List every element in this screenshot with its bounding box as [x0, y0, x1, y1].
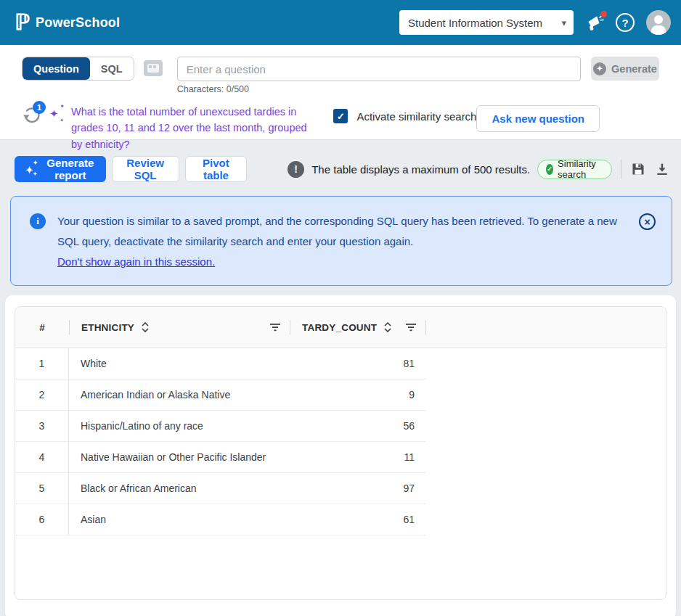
- chevron-down-icon: ▾: [561, 17, 566, 28]
- download-button[interactable]: [655, 162, 669, 176]
- results-card: # ETHNICITY: [5, 295, 676, 616]
- product-selector-value: Student Information System: [408, 17, 561, 29]
- similarity-search-label: Activate similarity search: [356, 110, 476, 123]
- generate-report-label: Generate report: [46, 157, 95, 181]
- announcements-button[interactable]: [585, 13, 604, 32]
- row-number: 6: [15, 504, 69, 535]
- similarity-info-banner: i Your question is similar to a saved pr…: [10, 196, 672, 286]
- row-number: 3: [15, 411, 69, 441]
- help-button[interactable]: ?: [616, 13, 635, 32]
- sort-icon[interactable]: [384, 322, 391, 332]
- generate-button[interactable]: ✦ Generate: [591, 57, 659, 81]
- notification-dot: [600, 11, 607, 17]
- user-avatar[interactable]: [646, 10, 671, 35]
- table-row[interactable]: 6 Asian 61: [15, 504, 426, 535]
- question-section: Question SQL Characters: 0/500 ✦ Generat…: [0, 45, 681, 140]
- banner-message: Your question is similar to a saved prom…: [57, 215, 617, 247]
- powerschool-logo-icon: ℙ: [15, 12, 30, 33]
- max-results-note: The table displays a maximum of 500 resu…: [311, 163, 530, 176]
- info-icon: i: [30, 213, 46, 229]
- similarity-search-toggle[interactable]: ✓ Activate similarity search: [333, 109, 476, 123]
- similarity-search-badge[interactable]: ✓ Similarity search: [537, 160, 612, 179]
- question-history-button[interactable]: 1: [22, 105, 42, 127]
- ethnicity-cell: American Indian or Alaska Native: [69, 389, 346, 401]
- table-header-row: # ETHNICITY: [15, 307, 666, 348]
- pivot-table-button[interactable]: Pivot table: [185, 156, 248, 182]
- tardy-count-cell: 61: [346, 514, 426, 525]
- tardy-count-cell: 11: [346, 451, 426, 463]
- tardy-count-cell: 56: [346, 420, 426, 432]
- ethnicity-cell: Asian: [69, 514, 346, 525]
- asked-question-text: What is the total number of unexcused ta…: [71, 104, 316, 152]
- top-app-bar: ℙ PowerSchool Student Information System…: [0, 0, 681, 45]
- actions-row: ✦ ✦ ✦ Generate report Review SQL Pivot t…: [15, 156, 669, 182]
- brand-name: PowerSchool: [36, 15, 120, 30]
- saved-prompts-icon[interactable]: [144, 60, 163, 76]
- help-icon: ?: [616, 13, 635, 32]
- row-number: 2: [15, 379, 69, 410]
- dont-show-again-link[interactable]: Don't show again in this session.: [57, 252, 215, 272]
- column-header-tardy-count[interactable]: TARDY_COUNT: [302, 322, 377, 333]
- table-row[interactable]: 4 Native Hawaiian or Other Pacific Islan…: [15, 442, 426, 473]
- results-section: ✦ ✦ ✦ Generate report Review SQL Pivot t…: [0, 140, 681, 616]
- close-banner-button[interactable]: ×: [639, 213, 656, 230]
- generate-spark-icon: ✦: [593, 62, 606, 75]
- question-sql-toggle: Question SQL: [22, 57, 134, 81]
- ask-new-question-button[interactable]: Ask new question: [476, 105, 600, 132]
- save-floppy-icon: [631, 162, 645, 176]
- sparkle-icon: ✦ ✦ ✦: [25, 162, 40, 176]
- divider: [621, 160, 621, 178]
- column-header-num: #: [15, 322, 69, 333]
- history-count-badge: 1: [33, 101, 46, 114]
- table-row[interactable]: 2 American Indian or Alaska Native 9: [15, 379, 426, 411]
- row-number: 4: [15, 442, 69, 472]
- results-table: # ETHNICITY: [15, 306, 666, 600]
- alert-exclamation-icon: !: [288, 161, 304, 178]
- divider: [425, 320, 426, 334]
- tab-question[interactable]: Question: [23, 57, 90, 80]
- similarity-pill-label: Similarity search: [558, 158, 603, 180]
- tardy-count-cell: 9: [346, 389, 426, 401]
- save-button[interactable]: [631, 162, 645, 176]
- download-icon: [655, 162, 669, 176]
- table-row[interactable]: 1 White 81: [15, 348, 426, 379]
- ethnicity-cell: Black or African American: [69, 482, 346, 494]
- sort-icon[interactable]: [142, 322, 149, 332]
- row-number: 5: [15, 473, 69, 504]
- ethnicity-cell: Native Hawaiian or Other Pacific Islande…: [69, 451, 346, 463]
- tab-sql[interactable]: SQL: [90, 57, 134, 80]
- table-row[interactable]: 5 Black or African American 97: [15, 473, 426, 504]
- ai-sparkle-icon: ✦ ✦ ✦: [49, 105, 67, 123]
- filter-icon[interactable]: [405, 323, 417, 332]
- check-circle-icon: ✓: [546, 164, 553, 175]
- generate-label: Generate: [611, 63, 657, 75]
- character-counter: Characters: 0/500: [177, 84, 581, 94]
- question-input[interactable]: [177, 57, 581, 81]
- row-number: 1: [15, 348, 69, 379]
- ethnicity-cell: White: [69, 358, 346, 369]
- avatar-person-icon: [654, 15, 663, 24]
- generate-report-button[interactable]: ✦ ✦ ✦ Generate report: [15, 156, 106, 182]
- column-header-ethnicity[interactable]: ETHNICITY: [81, 322, 134, 333]
- tardy-count-cell: 81: [346, 358, 426, 369]
- ethnicity-cell: Hispanic/Latino of any race: [69, 420, 346, 432]
- filter-icon[interactable]: [269, 323, 281, 332]
- product-selector-dropdown[interactable]: Student Information System ▾: [399, 10, 574, 35]
- tardy-count-cell: 97: [346, 482, 426, 494]
- table-row[interactable]: 3 Hispanic/Latino of any race 56: [15, 411, 426, 442]
- review-sql-button[interactable]: Review SQL: [112, 156, 179, 182]
- checkbox-checked-icon[interactable]: ✓: [333, 109, 348, 123]
